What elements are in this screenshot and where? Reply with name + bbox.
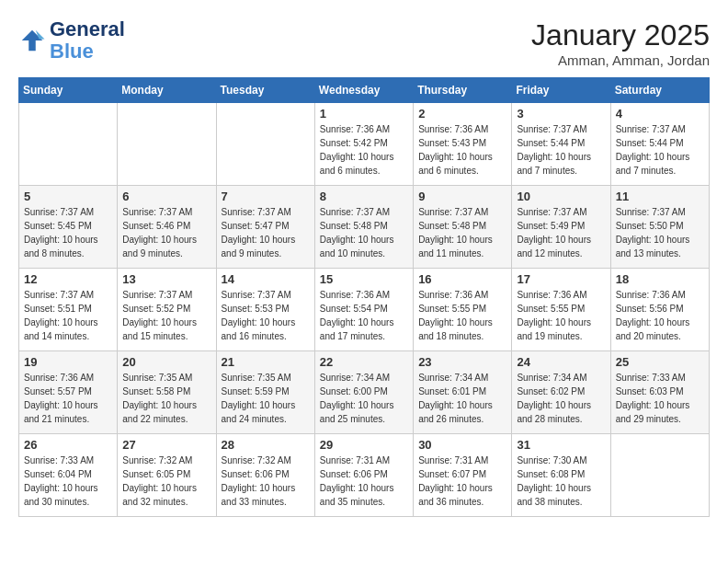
day-number: 2 [418, 107, 506, 121]
calendar-cell: 18 Sunrise: 7:36 AMSunset: 5:56 PMDaylig… [610, 269, 709, 351]
week-row-1: 1 Sunrise: 7:36 AMSunset: 5:42 PMDayligh… [19, 103, 710, 186]
calendar-cell: 16 Sunrise: 7:36 AMSunset: 5:55 PMDaylig… [414, 269, 512, 351]
weekday-header-row: SundayMondayTuesdayWednesdayThursdayFrid… [19, 78, 710, 103]
day-number: 20 [122, 355, 210, 369]
calendar-cell: 12 Sunrise: 7:37 AMSunset: 5:51 PMDaylig… [19, 269, 118, 351]
day-info: Sunrise: 7:36 AMSunset: 5:56 PMDaylight:… [616, 288, 704, 343]
day-info: Sunrise: 7:37 AMSunset: 5:45 PMDaylight:… [24, 205, 112, 260]
week-row-4: 19 Sunrise: 7:36 AMSunset: 5:57 PMDaylig… [19, 351, 710, 434]
day-info: Sunrise: 7:37 AMSunset: 5:44 PMDaylight:… [616, 122, 704, 178]
day-number: 24 [517, 355, 605, 369]
calendar-cell: 20 Sunrise: 7:35 AMSunset: 5:58 PMDaylig… [118, 351, 216, 434]
day-info: Sunrise: 7:36 AMSunset: 5:55 PMDaylight:… [418, 288, 506, 343]
calendar-cell: 13 Sunrise: 7:37 AMSunset: 5:52 PMDaylig… [118, 269, 216, 351]
calendar-cell: 17 Sunrise: 7:36 AMSunset: 5:55 PMDaylig… [512, 269, 610, 351]
day-number: 29 [320, 438, 408, 452]
day-number: 27 [122, 438, 210, 452]
weekday-header-tuesday: Tuesday [216, 78, 314, 103]
day-info: Sunrise: 7:34 AMSunset: 6:02 PMDaylight:… [517, 371, 605, 426]
calendar-cell: 5 Sunrise: 7:37 AMSunset: 5:45 PMDayligh… [19, 186, 118, 269]
day-number: 11 [616, 190, 704, 203]
day-number: 4 [616, 107, 704, 121]
calendar-cell: 29 Sunrise: 7:31 AMSunset: 6:06 PMDaylig… [314, 434, 413, 517]
day-number: 16 [418, 272, 506, 286]
calendar-cell: 7 Sunrise: 7:37 AMSunset: 5:47 PMDayligh… [216, 186, 314, 269]
weekday-header-wednesday: Wednesday [314, 78, 413, 103]
day-number: 13 [122, 272, 210, 286]
page-header: GeneralBlue January 2025 Amman, Amman, J… [18, 18, 710, 68]
day-info: Sunrise: 7:37 AMSunset: 5:53 PMDaylight:… [222, 288, 310, 343]
day-info: Sunrise: 7:30 AMSunset: 6:08 PMDaylight:… [517, 454, 605, 509]
calendar-cell: 23 Sunrise: 7:34 AMSunset: 6:01 PMDaylig… [414, 351, 512, 434]
day-info: Sunrise: 7:35 AMSunset: 5:58 PMDaylight:… [122, 371, 210, 426]
calendar-cell: 14 Sunrise: 7:37 AMSunset: 5:53 PMDaylig… [216, 269, 314, 351]
month-title: January 2025 [531, 18, 710, 52]
day-number: 26 [24, 438, 112, 452]
weekday-header-thursday: Thursday [414, 78, 512, 103]
svg-marker-0 [22, 30, 43, 52]
day-info: Sunrise: 7:36 AMSunset: 5:42 PMDaylight:… [320, 122, 408, 178]
calendar-cell: 2 Sunrise: 7:36 AMSunset: 5:43 PMDayligh… [414, 103, 512, 186]
day-info: Sunrise: 7:33 AMSunset: 6:03 PMDaylight:… [616, 371, 704, 426]
weekday-header-sunday: Sunday [19, 78, 118, 103]
day-info: Sunrise: 7:37 AMSunset: 5:52 PMDaylight:… [122, 288, 210, 343]
calendar-cell: 15 Sunrise: 7:36 AMSunset: 5:54 PMDaylig… [314, 269, 413, 351]
calendar-cell: 9 Sunrise: 7:37 AMSunset: 5:48 PMDayligh… [414, 186, 512, 269]
day-number: 17 [517, 272, 605, 286]
week-row-2: 5 Sunrise: 7:37 AMSunset: 5:45 PMDayligh… [19, 186, 710, 269]
day-number: 8 [320, 190, 408, 203]
calendar-cell: 4 Sunrise: 7:37 AMSunset: 5:44 PMDayligh… [610, 103, 709, 186]
calendar-cell: 22 Sunrise: 7:34 AMSunset: 6:00 PMDaylig… [314, 351, 413, 434]
calendar-cell: 25 Sunrise: 7:33 AMSunset: 6:03 PMDaylig… [610, 351, 709, 434]
day-number: 21 [222, 355, 310, 369]
calendar-cell: 21 Sunrise: 7:35 AMSunset: 5:59 PMDaylig… [216, 351, 314, 434]
logo-icon [18, 27, 46, 54]
day-number: 25 [616, 355, 704, 369]
calendar-cell: 8 Sunrise: 7:37 AMSunset: 5:48 PMDayligh… [314, 186, 413, 269]
day-info: Sunrise: 7:32 AMSunset: 6:05 PMDaylight:… [122, 454, 210, 509]
day-number: 10 [517, 190, 605, 203]
calendar-cell: 1 Sunrise: 7:36 AMSunset: 5:42 PMDayligh… [314, 103, 413, 186]
day-info: Sunrise: 7:37 AMSunset: 5:49 PMDaylight:… [517, 205, 605, 260]
calendar-cell: 31 Sunrise: 7:30 AMSunset: 6:08 PMDaylig… [512, 434, 610, 517]
calendar-cell: 28 Sunrise: 7:32 AMSunset: 6:06 PMDaylig… [216, 434, 314, 517]
day-number: 30 [418, 438, 506, 452]
calendar-cell: 30 Sunrise: 7:31 AMSunset: 6:07 PMDaylig… [414, 434, 512, 517]
day-info: Sunrise: 7:36 AMSunset: 5:43 PMDaylight:… [418, 122, 506, 178]
day-number: 15 [320, 272, 408, 286]
calendar-cell: 19 Sunrise: 7:36 AMSunset: 5:57 PMDaylig… [19, 351, 118, 434]
logo-text: GeneralBlue [50, 18, 125, 63]
day-info: Sunrise: 7:34 AMSunset: 6:01 PMDaylight:… [418, 371, 506, 426]
day-info: Sunrise: 7:31 AMSunset: 6:06 PMDaylight:… [320, 454, 408, 509]
calendar-cell [19, 103, 118, 186]
calendar-cell: 24 Sunrise: 7:34 AMSunset: 6:02 PMDaylig… [512, 351, 610, 434]
day-info: Sunrise: 7:35 AMSunset: 5:59 PMDaylight:… [222, 371, 310, 426]
week-row-5: 26 Sunrise: 7:33 AMSunset: 6:04 PMDaylig… [19, 434, 710, 517]
day-number: 9 [418, 190, 506, 203]
calendar-cell [118, 103, 216, 186]
day-info: Sunrise: 7:37 AMSunset: 5:44 PMDaylight:… [517, 122, 605, 178]
calendar-cell: 10 Sunrise: 7:37 AMSunset: 5:49 PMDaylig… [512, 186, 610, 269]
day-info: Sunrise: 7:37 AMSunset: 5:50 PMDaylight:… [616, 205, 704, 260]
day-number: 28 [222, 438, 310, 452]
day-number: 23 [418, 355, 506, 369]
day-info: Sunrise: 7:37 AMSunset: 5:46 PMDaylight:… [122, 205, 210, 260]
title-block: January 2025 Amman, Amman, Jordan [531, 18, 710, 68]
weekday-header-saturday: Saturday [610, 78, 709, 103]
day-number: 6 [122, 190, 210, 203]
day-info: Sunrise: 7:36 AMSunset: 5:55 PMDaylight:… [517, 288, 605, 343]
day-info: Sunrise: 7:33 AMSunset: 6:04 PMDaylight:… [24, 454, 112, 509]
weekday-header-friday: Friday [512, 78, 610, 103]
calendar-cell [216, 103, 314, 186]
day-info: Sunrise: 7:32 AMSunset: 6:06 PMDaylight:… [222, 454, 310, 509]
day-info: Sunrise: 7:37 AMSunset: 5:51 PMDaylight:… [24, 288, 112, 343]
day-info: Sunrise: 7:36 AMSunset: 5:57 PMDaylight:… [24, 371, 112, 426]
day-info: Sunrise: 7:36 AMSunset: 5:54 PMDaylight:… [320, 288, 408, 343]
calendar-cell: 27 Sunrise: 7:32 AMSunset: 6:05 PMDaylig… [118, 434, 216, 517]
calendar-table: SundayMondayTuesdayWednesdayThursdayFrid… [18, 77, 710, 517]
calendar-cell: 3 Sunrise: 7:37 AMSunset: 5:44 PMDayligh… [512, 103, 610, 186]
day-info: Sunrise: 7:31 AMSunset: 6:07 PMDaylight:… [418, 454, 506, 509]
day-number: 3 [517, 107, 605, 121]
day-info: Sunrise: 7:37 AMSunset: 5:48 PMDaylight:… [320, 205, 408, 260]
day-number: 14 [222, 272, 310, 286]
